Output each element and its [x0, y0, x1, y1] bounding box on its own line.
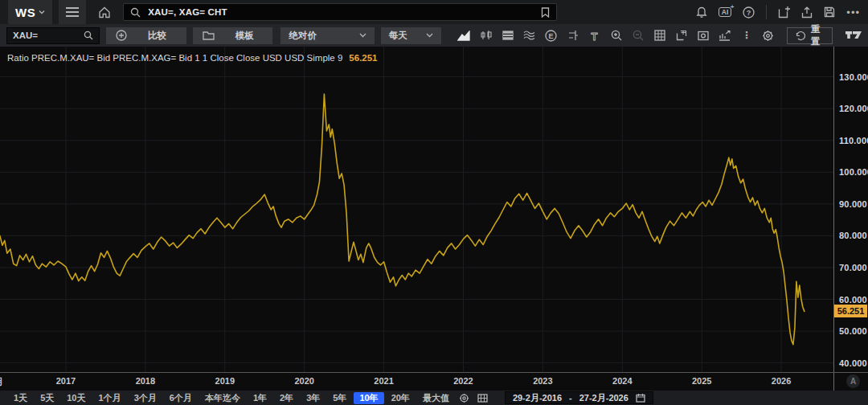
- time-scale[interactable]: 月 A 201720182019202020212022202320242025…: [0, 373, 868, 391]
- price-mode-value: 绝对价: [289, 30, 317, 42]
- plus-circle-icon: [116, 30, 127, 41]
- scale-settings-icon[interactable]: [477, 394, 488, 403]
- auto-scale-button[interactable]: A: [846, 374, 860, 388]
- search-bar[interactable]: XAU=, XAG= CHT: [123, 3, 557, 21]
- main-menu-button[interactable]: [59, 0, 86, 24]
- x-tick-label: 2021: [374, 376, 393, 386]
- series-legend-title: Ratio PREC.M.XAU= Bid PREC.M.XAG= Bid 1 …: [7, 53, 342, 63]
- price-mode-select[interactable]: 绝对价: [280, 27, 374, 44]
- x-tick-label: 2023: [533, 376, 552, 386]
- snapshot-icon[interactable]: [696, 27, 710, 43]
- chart-tools: E T ⋮: [457, 27, 776, 43]
- maximize-icon[interactable]: [674, 27, 689, 43]
- date-separator: -: [569, 393, 572, 403]
- reset-button[interactable]: 重置: [787, 27, 833, 44]
- x-tick-label: 2018: [136, 376, 155, 386]
- range-button-10年[interactable]: 10年: [354, 392, 383, 404]
- more-icon[interactable]: •••: [846, 6, 860, 18]
- gear-icon[interactable]: [459, 393, 469, 403]
- chart-toolbar: XAU= 比较 模板 绝对价 每天 E: [0, 24, 868, 47]
- ai-assistant-icon[interactable]: AI+: [719, 7, 732, 18]
- search-input[interactable]: XAU=, XAG= CHT: [148, 7, 534, 17]
- y-tick-label: 40.000: [839, 358, 867, 368]
- y-tick-label: 80.000: [839, 231, 867, 240]
- svg-text:?: ?: [747, 8, 751, 16]
- share-icon[interactable]: [801, 6, 813, 18]
- kebab-icon[interactable]: ⋮: [739, 27, 754, 43]
- y-tick-label: 120.000: [839, 104, 868, 113]
- zoom-out-icon[interactable]: [631, 27, 645, 43]
- price-line-chart[interactable]: [0, 47, 833, 372]
- app-logo-menu[interactable]: WS: [8, 0, 52, 24]
- y-tick-label: 100.000: [839, 167, 868, 177]
- tradingview-logo[interactable]: [845, 30, 862, 41]
- axis-corner-divider: [833, 373, 834, 391]
- save-icon[interactable]: [824, 6, 835, 18]
- range-button-5年[interactable]: 5年: [327, 392, 352, 404]
- text-tool-icon[interactable]: T: [588, 27, 602, 43]
- range-button-6个月[interactable]: 6个月: [164, 392, 198, 404]
- svg-text:T: T: [592, 31, 598, 41]
- event-icon[interactable]: E: [544, 27, 559, 43]
- x-tick-label: 2019: [215, 376, 235, 386]
- menu-icon: [66, 7, 79, 17]
- candlestick-icon[interactable]: [479, 27, 493, 43]
- y-tick-label: 60.000: [839, 295, 867, 305]
- template-button[interactable]: 模板: [193, 27, 273, 44]
- compare-label: 比较: [148, 30, 166, 42]
- waves-icon[interactable]: [522, 27, 537, 43]
- x-tick-label: 2017: [56, 376, 76, 386]
- reset-label: 重置: [811, 23, 825, 47]
- topbar-actions: AI+ ? •••: [696, 5, 860, 19]
- y-tick-label: 90.000: [839, 199, 867, 209]
- range-button-最大值[interactable]: 最大值: [417, 392, 455, 404]
- zoom-in-icon[interactable]: [609, 27, 624, 43]
- svg-text:E: E: [549, 31, 554, 39]
- y-tick-label: 70.000: [839, 263, 867, 272]
- chevron-down-icon: [39, 10, 45, 14]
- axis-tool-icon[interactable]: [566, 27, 580, 43]
- range-button-10天[interactable]: 10天: [61, 392, 91, 404]
- last-price-label: 56.251: [834, 305, 867, 317]
- symbol-input[interactable]: XAU=: [6, 27, 100, 44]
- y-tick-label: 130.000: [839, 72, 868, 82]
- interval-select[interactable]: 每天: [381, 27, 441, 44]
- y-tick-label: 50.000: [839, 326, 867, 336]
- x-tick-label: 2024: [612, 376, 632, 386]
- range-button-3个月[interactable]: 3个月: [129, 392, 162, 404]
- range-button-2年[interactable]: 2年: [274, 392, 299, 404]
- range-button-1天[interactable]: 1天: [8, 392, 33, 404]
- new-layout-icon[interactable]: [778, 6, 790, 18]
- range-button-本年迄今[interactable]: 本年迄今: [199, 392, 246, 404]
- range-button-1个月[interactable]: 1个月: [93, 392, 127, 404]
- home-button[interactable]: [92, 2, 117, 22]
- date-from: 29-2月-2016: [513, 392, 562, 404]
- x-tick-label: 2025: [692, 376, 711, 386]
- date-to: 27-2月-2026: [579, 392, 628, 404]
- ratio-series-line[interactable]: [0, 94, 805, 345]
- bookmark-icon[interactable]: [541, 7, 550, 18]
- range-toolbar: 1天5天10天1个月3个月6个月本年迄今1年2年3年5年10年20年最大值 29…: [0, 391, 868, 405]
- rows-icon[interactable]: [501, 27, 515, 43]
- date-range-picker[interactable]: 29-2月-2016 - 27-2月-2026: [505, 391, 653, 404]
- series-legend[interactable]: Ratio PREC.M.XAU= Bid PREC.M.XAG= Bid 1 …: [7, 53, 378, 63]
- chart-area[interactable]: Ratio PREC.M.XAU= Bid PREC.M.XAG= Bid 1 …: [0, 47, 868, 373]
- gear-icon[interactable]: [761, 27, 776, 43]
- range-button-5天[interactable]: 5天: [35, 392, 59, 404]
- range-button-3年[interactable]: 3年: [301, 392, 326, 404]
- range-button-20年[interactable]: 20年: [386, 392, 416, 404]
- chevron-down-icon: [426, 33, 433, 38]
- chart-settings-icon[interactable]: [718, 27, 732, 43]
- range-button-1年[interactable]: 1年: [248, 392, 272, 404]
- x-tick-label: 2022: [453, 376, 473, 386]
- symbol-value: XAU=: [13, 31, 38, 40]
- help-icon[interactable]: ?: [743, 6, 755, 18]
- area-chart-icon[interactable]: [457, 27, 472, 43]
- interval-value: 每天: [389, 30, 407, 42]
- bell-icon[interactable]: [696, 6, 707, 18]
- chevron-down-icon: [359, 33, 366, 38]
- grid-icon[interactable]: [653, 27, 667, 43]
- compare-button[interactable]: 比较: [106, 27, 186, 44]
- x-tick-label: 2020: [294, 376, 313, 386]
- price-scale[interactable]: 56.251 130.000120.000110.000100.00090.00…: [833, 47, 868, 372]
